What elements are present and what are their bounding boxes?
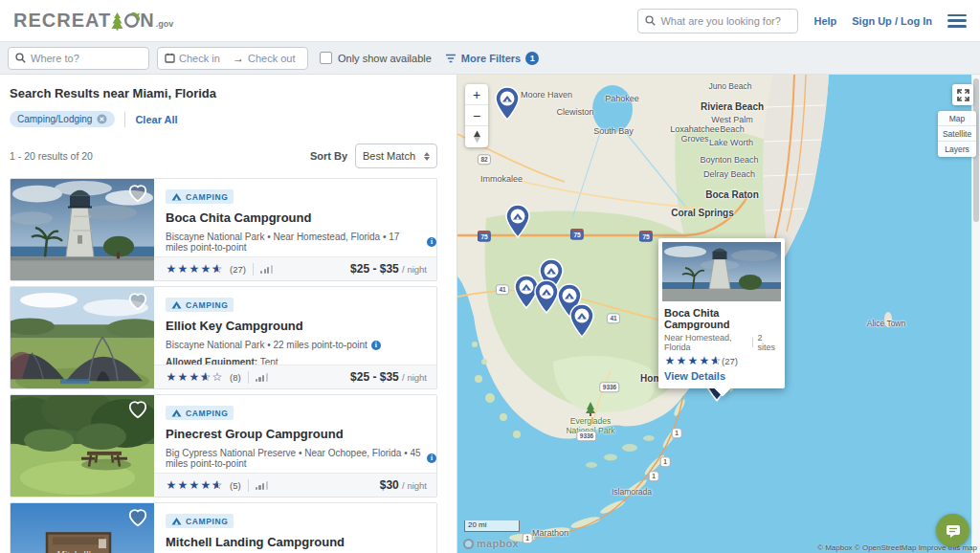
campground-photo-lighthouse [11, 179, 154, 280]
result-card-pinecrest[interactable]: CAMPING Pinecrest Group Campground Big C… [10, 394, 437, 498]
pine-tree-icon [111, 11, 123, 31]
star-rating: ★★★★☆★ [166, 479, 223, 491]
logo-gov-suffix: .gov [156, 19, 174, 29]
compass-button[interactable] [465, 126, 488, 147]
review-count: (5) [230, 480, 241, 491]
cell-signal-icon [256, 481, 268, 490]
info-icon[interactable] [371, 341, 381, 350]
review-count: (8) [230, 372, 241, 383]
where-to-input[interactable] [31, 53, 142, 64]
fullscreen-icon [957, 89, 969, 101]
check-out-input[interactable] [248, 53, 298, 64]
zoom-in-button[interactable]: + [465, 84, 488, 105]
map-popup-boca-chita[interactable]: Boca Chita Campground Near Homestead, Fl… [658, 238, 785, 388]
campground-photo-sign: Mitchell's Landing [11, 503, 154, 553]
camping-badge: CAMPING [166, 298, 234, 312]
campground-title[interactable]: Mitchell Landing Campground [166, 535, 436, 549]
filter-chip-camping-lodging[interactable]: Camping/Lodging [10, 111, 115, 127]
zoom-out-button[interactable]: − [465, 105, 488, 126]
global-search-input[interactable] [660, 15, 791, 27]
chat-button[interactable] [936, 514, 969, 547]
chat-bubble-icon [946, 524, 961, 538]
result-card-mitchell-landing[interactable]: Mitchell's Landing CAMPING Mitchell Land… [10, 502, 437, 553]
card-body: CAMPING Boca Chita Campground Biscayne N… [154, 179, 436, 280]
info-icon[interactable] [427, 453, 436, 463]
layers-button[interactable]: Layers [938, 142, 976, 157]
satellite-style-button[interactable]: Satellite [938, 126, 976, 142]
filter-count-badge: 1 [525, 52, 539, 65]
sort-by-select[interactable]: Best Match [355, 144, 437, 168]
more-filters-button[interactable]: More Filters 1 [445, 52, 539, 65]
view-details-link[interactable]: View Details [664, 370, 779, 382]
price: $25 - $35 / night [350, 262, 427, 276]
remove-chip-icon[interactable] [97, 114, 107, 124]
map-zoom-controls: + − [465, 84, 488, 147]
help-link[interactable]: Help [813, 15, 836, 27]
card-footer: ★★★★☆★ (27) $25 - $35 / night [154, 256, 436, 280]
more-filters-label: More Filters [461, 53, 521, 64]
campground-title[interactable]: Boca Chita Campground [166, 210, 436, 225]
camping-badge: CAMPING [166, 514, 234, 528]
checkbox-box[interactable] [320, 52, 332, 64]
recreation-gov-search-page: RECREAT N .gov Help Sign Up / Log In [0, 0, 980, 553]
sort-by-label: Sort By [310, 150, 347, 162]
checkbox-label: Only show available [338, 53, 432, 64]
search-results-pane: Search Results near Miami, Florida Campi… [0, 75, 457, 553]
divider [752, 338, 753, 347]
favorite-heart-icon[interactable] [127, 292, 148, 311]
card-body: CAMPING Pinecrest Group Campground Big C… [154, 395, 436, 497]
map-pin-campground[interactable] [569, 303, 594, 338]
search-icon [15, 53, 26, 63]
sign-up-log-in-link[interactable]: Sign Up / Log In [852, 15, 932, 27]
star-rating: ★★★★☆★ [664, 355, 722, 366]
logo-text: RECREAT [13, 10, 111, 32]
sort-value: Best Match [363, 150, 415, 162]
where-to-field [8, 47, 149, 70]
campground-photo-forest [11, 395, 154, 497]
results-heading: Search Results near Miami, Florida [10, 86, 437, 100]
map-pin-campground[interactable] [505, 204, 530, 238]
check-in-input[interactable] [179, 53, 229, 64]
favorite-heart-icon[interactable] [127, 508, 148, 527]
search-filter-bar: → Only show available More Filters 1 [0, 42, 980, 75]
review-count: (27) [230, 264, 246, 275]
card-footer: ★★★☆★☆ (8) $25 - $35 / night [154, 365, 436, 388]
campground-photo-tents [11, 287, 154, 388]
chip-label: Camping/Lodging [17, 114, 92, 124]
popup-title: Boca Chita Campground [664, 307, 779, 330]
menu-icon[interactable] [947, 14, 967, 28]
cell-signal-icon [260, 265, 273, 274]
select-caret-icon [424, 152, 430, 161]
tent-icon [171, 517, 182, 525]
fullscreen-button[interactable] [952, 84, 973, 105]
campground-title[interactable]: Pinecrest Group Campground [166, 427, 436, 441]
popup-location: Near Homestead, Florida 2 sites [664, 333, 779, 352]
only-show-available-checkbox[interactable]: Only show available [320, 52, 432, 64]
map[interactable]: Juno Beach Moore Haven Pahokee Riviera B… [457, 75, 980, 553]
price: $30 / night [380, 478, 427, 492]
map-layer-switcher: Map Satellite Layers [938, 111, 976, 157]
search-icon [645, 15, 656, 26]
result-card-elliot-key[interactable]: CAMPING Elliot Key Campground Biscayne N… [10, 286, 437, 389]
active-filters-row: Camping/Lodging Clear All [10, 111, 437, 127]
campground-subtitle: Biscayne National Park • Near Homestead,… [166, 232, 436, 253]
recreation-gov-logo[interactable]: RECREAT N .gov [13, 10, 173, 32]
map-pin-campground[interactable] [534, 279, 559, 314]
cell-signal-icon [256, 373, 268, 382]
favorite-heart-icon[interactable] [127, 400, 148, 419]
map-pin-campground[interactable] [495, 86, 520, 121]
campground-title[interactable]: Elliot Key Campground [166, 319, 436, 333]
info-icon[interactable] [427, 237, 436, 247]
star-rating: ★★★☆★☆ [166, 371, 223, 383]
date-range-field: → [157, 47, 308, 70]
result-card-boca-chita[interactable]: CAMPING Boca Chita Campground Biscayne N… [10, 178, 437, 281]
header-actions: Help Sign Up / Log In [637, 9, 967, 33]
campground-subtitle: Big Cypress National Preserve • Near Och… [166, 448, 436, 469]
svg-text:Mitchell's: Mitchell's [56, 549, 94, 553]
camping-badge: CAMPING [166, 189, 234, 204]
popup-sites: 2 sites [758, 333, 779, 352]
map-style-button[interactable]: Map [938, 111, 976, 126]
favorite-heart-icon[interactable] [127, 184, 148, 203]
clear-all-link[interactable]: Clear All [135, 114, 177, 125]
map-scale-bar: 20 mi [464, 520, 520, 532]
